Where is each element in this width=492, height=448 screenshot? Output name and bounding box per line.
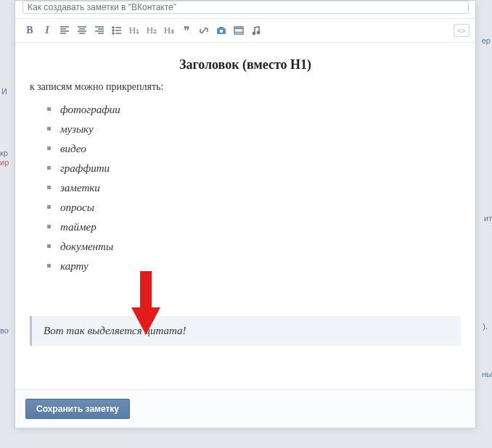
svg-rect-19 (219, 27, 224, 29)
align-left-button[interactable] (56, 22, 73, 39)
content-list: фотографии музыку видео граффити заметки… (30, 100, 461, 276)
svg-point-12 (112, 27, 114, 28)
music-icon[interactable] (247, 22, 265, 39)
modal-footer: Сохранить заметку (15, 389, 475, 428)
align-center-button[interactable] (73, 22, 91, 39)
italic-button[interactable]: I (38, 22, 56, 39)
list-item: опросы (60, 198, 461, 217)
bold-button[interactable]: B (21, 22, 38, 39)
editor-toolbar: B I H₁ H₂ H₃ ❞ <> (15, 18, 475, 43)
h2-button[interactable]: H₂ (143, 22, 160, 39)
note-editor-modal: B I H₁ H₂ H₃ ❞ <> Заголо (15, 0, 476, 428)
svg-point-27 (253, 32, 255, 34)
h3-button[interactable]: H₃ (160, 22, 178, 39)
bg-text: кр (0, 149, 8, 157)
list-item: музыку (60, 120, 461, 139)
video-icon[interactable] (230, 22, 247, 39)
list-item: документы (60, 237, 461, 257)
red-arrow-annotation (131, 271, 160, 336)
list-item: видео (60, 139, 461, 159)
align-right-button[interactable] (91, 22, 108, 39)
list-item: граффити (60, 159, 461, 178)
html-mode-button[interactable]: <> (454, 24, 470, 37)
list-item: карту (60, 257, 461, 276)
link-button[interactable] (195, 22, 213, 39)
svg-point-13 (112, 30, 114, 31)
bg-text: ир (0, 158, 9, 167)
content-intro: к записям можно прикреплять: (30, 81, 461, 93)
bg-text: ит (484, 214, 492, 223)
bg-text: И (1, 87, 7, 96)
content-heading: Заголовок (вместо H1) (30, 57, 461, 72)
list-button[interactable] (108, 22, 126, 39)
bg-text: ). (483, 322, 488, 331)
note-title-input[interactable] (22, 1, 469, 14)
bg-text: ер (482, 36, 491, 45)
quote-button[interactable]: ❞ (178, 22, 195, 39)
list-item: таймер (60, 217, 461, 237)
h1-button[interactable]: H₁ (126, 22, 143, 39)
svg-point-20 (220, 30, 223, 33)
save-note-button[interactable]: Сохранить заметку (25, 399, 130, 419)
bg-text: во (0, 326, 9, 335)
editor-content[interactable]: Заголовок (вместо H1) к записям можно пр… (15, 43, 475, 389)
quote-block: Вот так выделяется цитата! (30, 316, 461, 346)
list-item: заметки (60, 178, 461, 198)
svg-marker-29 (131, 271, 160, 335)
bg-text: ны (482, 370, 492, 378)
list-item: фотографии (60, 100, 461, 120)
svg-point-28 (257, 31, 259, 33)
camera-icon[interactable] (213, 22, 230, 39)
svg-point-14 (112, 33, 114, 34)
